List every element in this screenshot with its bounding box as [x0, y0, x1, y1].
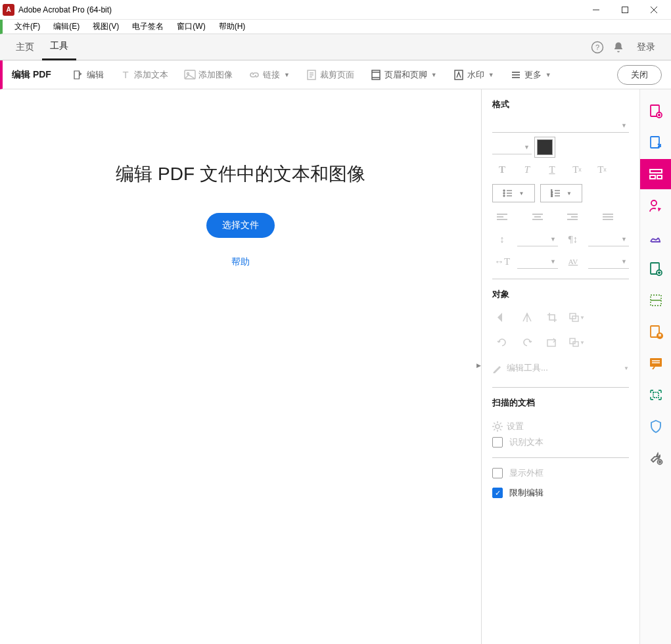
align-justify-button[interactable] — [598, 209, 618, 225]
close-button[interactable] — [639, 1, 668, 19]
align-right-button[interactable] — [563, 209, 582, 225]
rail-fill-sign-icon[interactable] — [640, 222, 672, 252]
rail-comment-icon[interactable] — [640, 317, 672, 347]
crop-icon — [306, 69, 317, 81]
header-footer-icon — [370, 69, 382, 81]
edit-pdf-toolbar: 编辑 PDF 编辑 T 添加文本 添加图像 链接▼ 裁剪页面 页眉和页脚▼ 水印… — [0, 60, 671, 89]
maximize-button[interactable] — [611, 1, 639, 19]
header-footer-button[interactable]: 页眉和页脚▼ — [363, 65, 444, 85]
rail-redact-icon[interactable] — [640, 285, 672, 315]
chevron-down-icon: ▼ — [545, 72, 551, 78]
align-center-button[interactable] — [528, 209, 547, 225]
svg-point-19 — [503, 193, 505, 194]
scanned-section-title: 扫描的文档 — [492, 397, 629, 409]
svg-rect-10 — [372, 70, 380, 80]
menubar: 文件(F) 编辑(E) 视图(V) 电子签名 窗口(W) 帮助(H) — [0, 20, 671, 34]
rail-more-tools-icon[interactable] — [640, 443, 672, 473]
rail-export-pdf-icon[interactable] — [640, 127, 672, 158]
login-button[interactable]: 登录 — [629, 37, 663, 57]
watermark-button[interactable]: 水印▼ — [446, 65, 501, 85]
top-tabs: 主页 工具 ? 登录 — [0, 34, 671, 60]
font-size-dropdown[interactable]: ▼ — [492, 140, 532, 154]
svg-point-17 — [503, 190, 505, 191]
menu-edit[interactable]: 编辑(E) — [47, 20, 86, 34]
object-section-title: 对象 — [492, 288, 629, 300]
rotate-ccw-button[interactable] — [492, 333, 512, 352]
rail-scan-icon[interactable] — [640, 380, 672, 410]
svg-point-8 — [187, 72, 189, 74]
rail-organize-icon[interactable] — [640, 254, 672, 284]
svg-text:3: 3 — [551, 194, 553, 197]
text-icon: T — [120, 69, 131, 81]
para-spacing-dropdown[interactable]: ▼ — [588, 232, 629, 246]
flip-vertical-button[interactable] — [492, 308, 512, 327]
svg-point-46 — [496, 425, 499, 428]
para-spacing-icon: ¶↕ — [563, 231, 583, 247]
crop-object-button[interactable] — [542, 308, 562, 327]
window-title: Adobe Acrobat Pro (64-bit) — [18, 5, 582, 14]
main-canvas: 编辑 PDF 文件中的文本和图像 选择文件 帮助 ▶ — [0, 89, 482, 644]
format-section-title: 格式 — [492, 99, 629, 110]
welcome-title: 编辑 PDF 文件中的文本和图像 — [116, 162, 365, 187]
menu-help[interactable]: 帮助(H) — [212, 20, 252, 34]
italic-button[interactable]: T — [517, 162, 537, 177]
link-button[interactable]: 链接▼ — [242, 65, 296, 85]
line-spacing-dropdown[interactable]: ▼ — [517, 232, 558, 246]
bullet-list-dropdown[interactable]: ▼ — [492, 184, 535, 202]
menu-window[interactable]: 窗口(W) — [170, 20, 212, 34]
svg-rect-43 — [547, 340, 555, 346]
more-button[interactable]: 更多▼ — [503, 65, 558, 85]
underline-button[interactable]: T — [542, 162, 562, 177]
align-left-button[interactable] — [492, 209, 512, 225]
number-list-dropdown[interactable]: 123▼ — [540, 184, 583, 202]
chevron-down-icon: ▼ — [431, 72, 437, 78]
minimize-button[interactable] — [582, 1, 611, 19]
restrict-edit-checkbox[interactable]: ✓限制编辑 — [492, 487, 629, 499]
bell-icon[interactable] — [608, 37, 629, 58]
help-icon[interactable]: ? — [587, 37, 608, 58]
chevron-down-icon: ▼ — [284, 72, 290, 78]
edit-tools-dropdown[interactable]: 编辑工具... ▼ — [492, 358, 629, 378]
rail-sign-icon[interactable] — [640, 191, 672, 221]
rail-create-pdf-icon[interactable] — [640, 96, 672, 126]
show-outline-checkbox[interactable]: 显示外框 — [492, 467, 629, 479]
subscript-button[interactable]: Tx — [567, 162, 587, 177]
hscale-dropdown[interactable]: ▼ — [517, 254, 558, 269]
add-image-button[interactable]: 添加图像 — [177, 65, 239, 85]
svg-rect-44 — [570, 338, 575, 344]
rail-protect-icon[interactable] — [640, 411, 672, 442]
svg-rect-51 — [650, 175, 655, 179]
crop-button[interactable]: 裁剪页面 — [299, 65, 361, 85]
tab-home[interactable]: 主页 — [8, 35, 42, 60]
color-swatch[interactable] — [537, 139, 557, 155]
menu-view[interactable]: 视图(V) — [86, 20, 126, 34]
char-spacing-dropdown[interactable]: ▼ — [588, 254, 629, 269]
help-link[interactable]: 帮助 — [231, 256, 250, 268]
rotate-cw-button[interactable] — [517, 333, 537, 352]
arrange-button[interactable]: ▼ — [567, 308, 587, 327]
font-family-dropdown[interactable]: ▼ — [492, 118, 629, 133]
close-tool-button[interactable]: 关闭 — [617, 65, 662, 85]
menu-file[interactable]: 文件(F) — [8, 20, 47, 34]
select-file-button[interactable]: 选择文件 — [206, 213, 275, 238]
svg-rect-52 — [657, 175, 662, 179]
svg-rect-60 — [653, 392, 659, 398]
bold-button[interactable]: T — [492, 162, 512, 177]
align-objects-button[interactable]: ▼ — [567, 333, 587, 352]
add-text-button[interactable]: T 添加文本 — [113, 65, 175, 85]
edit-button[interactable]: 编辑 — [66, 65, 110, 85]
superscript-button[interactable]: Tx — [592, 162, 612, 177]
rail-sticky-note-icon[interactable] — [640, 348, 672, 379]
collapse-panel-handle[interactable]: ▶ — [475, 356, 482, 375]
recognize-text-checkbox[interactable]: 识别文本 — [492, 436, 629, 448]
rail-edit-pdf-icon[interactable] — [640, 159, 672, 189]
line-spacing-icon: ↕ — [492, 231, 512, 247]
link-icon — [248, 69, 260, 81]
settings-button[interactable]: 设置 — [492, 417, 629, 436]
right-tool-rail — [639, 89, 671, 644]
flip-horizontal-button[interactable] — [517, 308, 537, 327]
replace-image-button[interactable] — [542, 333, 562, 352]
tab-tools[interactable]: 工具 — [42, 34, 76, 60]
svg-rect-1 — [622, 7, 628, 12]
menu-esign[interactable]: 电子签名 — [126, 20, 170, 34]
